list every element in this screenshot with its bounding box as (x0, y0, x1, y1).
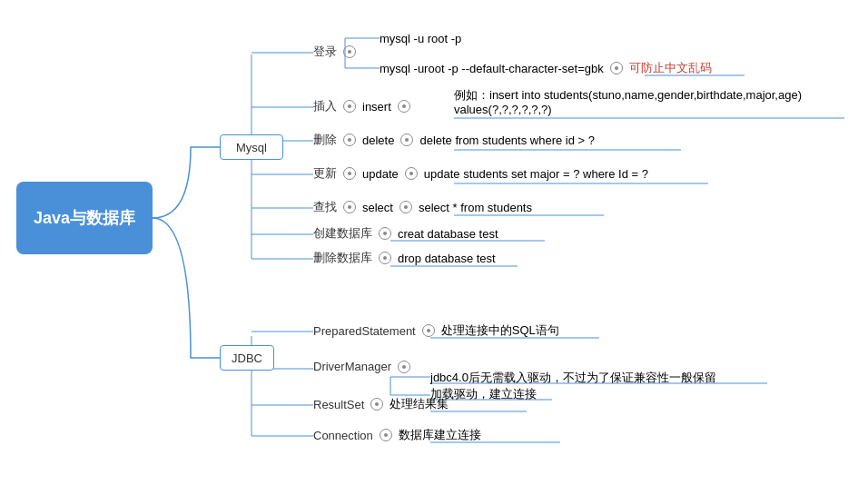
update-detail: update students set major = ? where Id =… (424, 167, 648, 181)
select-cmd: select (362, 201, 393, 214)
mysql-node-label: Mysql (236, 141, 267, 154)
select-circle1 (343, 201, 356, 213)
login-item1-text: mysql -u root -p (380, 32, 461, 45)
delete-label: 删除 (313, 132, 337, 148)
createdb-detail: creat database test (398, 227, 498, 241)
delete-label-row: 删除 delete delete from students where id … (313, 132, 595, 148)
select-circle2 (399, 201, 412, 213)
connection-label: Connection (313, 429, 373, 442)
driver-circle (398, 361, 410, 373)
resultset-detail: 处理结果集 (390, 396, 449, 412)
select-label: 查找 (313, 199, 337, 215)
insert-detail2: values(?,?,?,?,?,?) (454, 103, 552, 116)
dropdb-label: 删除数据库 (313, 250, 372, 266)
login-label: 登录 (313, 44, 337, 60)
login-item2-circle (610, 62, 623, 74)
select-detail: select * from students (419, 201, 532, 214)
login-circle (343, 45, 356, 58)
prepared-detail: 处理连接中的SQL语句 (441, 322, 559, 339)
delete-detail: delete from students where id > ? (419, 134, 595, 147)
update-label: 更新 (313, 165, 337, 182)
driver-label-row: DriverManager (313, 360, 413, 373)
central-node: Java与数据库 (16, 182, 153, 254)
mind-map: Java与数据库 Mysql JDBC 登录 mysql -u root -p … (0, 0, 868, 485)
update-cmd: update (362, 167, 399, 181)
delete-cmd: delete (362, 134, 394, 147)
jdbc-node: JDBC (220, 345, 274, 371)
driver-detail1: jdbc4.0后无需载入驱动，不过为了保证兼容性一般保留 (430, 370, 716, 386)
connection-label-row: Connection 数据库建立连接 (313, 427, 481, 443)
resultset-label-row: ResultSet 处理结果集 (313, 396, 449, 412)
central-node-label: Java与数据库 (34, 207, 135, 229)
login-item2-row: mysql -uroot -p --default-character-set=… (380, 60, 712, 76)
connection-circle (380, 429, 392, 441)
insert-circle1 (343, 100, 356, 113)
delete-circle2 (400, 134, 413, 146)
dropdb-circle (379, 252, 391, 264)
prepared-label: PreparedStatement (313, 324, 416, 338)
update-label-row: 更新 update update students set major = ? … (313, 165, 648, 182)
update-circle2 (405, 167, 418, 180)
dropdb-detail: drop database test (398, 252, 496, 265)
driver-detail1-row: jdbc4.0后无需载入驱动，不过为了保证兼容性一般保留 (430, 370, 716, 386)
dropdb-label-row: 删除数据库 drop database test (313, 250, 496, 266)
mysql-node: Mysql (220, 134, 283, 160)
login-item1-row: mysql -u root -p (380, 32, 461, 45)
insert-cmd: insert (362, 100, 391, 114)
createdb-label: 创建数据库 (313, 225, 372, 242)
insert-label: 插入 (313, 98, 337, 114)
connection-detail: 数据库建立连接 (399, 427, 481, 443)
insert-detail1-row: 例如：insert into students(stuno,name,gende… (454, 87, 802, 104)
insert-label-row: 插入 insert (313, 98, 413, 114)
createdb-circle (379, 227, 391, 240)
select-label-row: 查找 select select * from students (313, 199, 532, 215)
login-label-row: 登录 (313, 44, 359, 60)
delete-circle1 (343, 134, 356, 146)
jdbc-node-label: JDBC (232, 351, 262, 365)
insert-detail2-row: values(?,?,?,?,?,?) (454, 103, 552, 116)
resultset-label: ResultSet (313, 398, 364, 411)
update-circle1 (343, 167, 356, 180)
insert-circle2 (398, 100, 410, 113)
resultset-circle (370, 398, 383, 411)
createdb-label-row: 创建数据库 creat database test (313, 225, 498, 242)
insert-detail1: 例如：insert into students(stuno,name,gende… (454, 87, 802, 104)
prepared-label-row: PreparedStatement 处理连接中的SQL语句 (313, 322, 559, 339)
driver-label: DriverManager (313, 360, 391, 373)
login-item2-note: 可防止中文乱码 (629, 60, 712, 76)
prepared-circle (422, 324, 435, 337)
login-item2-text: mysql -uroot -p --default-character-set=… (380, 62, 604, 75)
